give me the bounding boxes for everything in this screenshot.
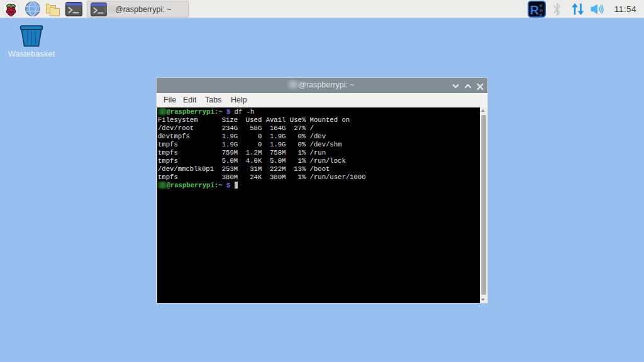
svg-text:R: R <box>530 3 540 17</box>
svg-text:c: c <box>540 12 543 18</box>
